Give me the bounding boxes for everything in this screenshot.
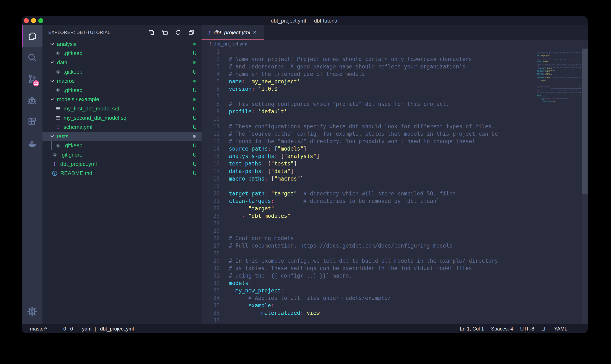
code-line[interactable]: 7: [202, 93, 535, 100]
code-editor[interactable]: 12# Name your project! Project names sho…: [202, 48, 588, 324]
code-line[interactable]: 13# found in the "models/" directory. Yo…: [202, 138, 535, 145]
code-line[interactable]: 33 my_new_project:: [202, 287, 535, 294]
chevron-down-icon: [50, 134, 55, 139]
activity-bar-item-extensions[interactable]: [22, 111, 42, 133]
code-line[interactable]: 27# Full documentation: https://docs.get…: [202, 242, 535, 249]
code-text: # Applies to all files under models/exam…: [229, 294, 391, 302]
activity-bar-item-explorer[interactable]: [22, 25, 42, 47]
code-line[interactable]: 3# and underscores. A good package name …: [202, 63, 535, 70]
code-line[interactable]: 25: [202, 227, 535, 234]
new-file-button[interactable]: [149, 29, 155, 36]
code-line[interactable]: 18macro-paths: ["macros"]: [202, 175, 535, 182]
title-bar[interactable]: dbt_project.yml — dbt-tutorial: [22, 16, 588, 25]
code-line[interactable]: 19: [202, 182, 535, 190]
activity-bar-item-debug[interactable]: [22, 90, 42, 111]
yaml-lint-indicator[interactable]: yaml | dbt_project.yml: [80, 326, 134, 332]
git-status-badge: U: [193, 87, 196, 93]
code-text: # The `source-paths` config, for example…: [229, 130, 498, 138]
scm-changes-badge: 11: [32, 80, 40, 87]
code-line[interactable]: 36 materialized: view: [202, 309, 535, 317]
code-line[interactable]: 4# name or the intended use of these mod…: [202, 70, 535, 78]
tree-item-label: data: [57, 59, 68, 66]
code-line[interactable]: 21clean-targets: # directories to be rem…: [202, 197, 535, 205]
zoom-window-button[interactable]: [38, 18, 43, 23]
code-line[interactable]: 28: [202, 250, 535, 257]
refresh-icon: [175, 29, 181, 36]
indent-guide: [51, 141, 52, 150]
tree-item-models-example[interactable]: models / example: [42, 95, 202, 104]
refresh-button[interactable]: [175, 29, 181, 36]
tree-item-my-second-dbt-model-sql[interactable]: my_second_dbt_model.sqlU: [42, 113, 202, 123]
code-line[interactable]: 31# using the `{{ config(...) }}` macro.: [202, 272, 535, 279]
code-line[interactable]: 14source-paths: ["models"]: [202, 145, 535, 152]
activity-bar-item-settings[interactable]: [22, 301, 42, 322]
code-line[interactable]: 8# This setting configures which "profil…: [202, 100, 535, 108]
encoding-indicator[interactable]: UTF-8: [520, 326, 534, 332]
code-line[interactable]: 24: [202, 220, 535, 227]
code-line[interactable]: 5name: 'my_new_project': [202, 78, 535, 85]
close-tab-icon[interactable]: ×: [253, 29, 256, 36]
tree-item--gitkeep[interactable]: .gitkeepU: [42, 49, 202, 58]
tree-item-label: schema.yml: [64, 124, 92, 130]
code-line[interactable]: 12# The `source-paths` config, for examp…: [202, 130, 535, 138]
scrollbar[interactable]: [582, 48, 588, 324]
code-line[interactable]: 2# Name your project! Project names shou…: [202, 55, 535, 63]
code-line[interactable]: 15analysis-paths: ["analysis"]: [202, 152, 535, 160]
git-branch-indicator[interactable]: master*: [28, 326, 47, 332]
tree-item-analysis[interactable]: analysis: [42, 39, 202, 49]
tree-item--gitkeep[interactable]: .gitkeepU: [42, 86, 202, 95]
activity-bar-item-docker[interactable]: [22, 133, 42, 154]
tree-item-my-first-dbt-model-sql[interactable]: my_first_dbt_model.sqlU: [42, 104, 202, 113]
tree-item-dbt-project-yml[interactable]: !dbt_project.ymlU: [42, 159, 202, 169]
code-line[interactable]: 29# In this example config, we tell dbt …: [202, 257, 535, 264]
code-line[interactable]: 35 example:: [202, 302, 535, 309]
new-file-icon: [149, 29, 155, 36]
code-line[interactable]: 37: [202, 317, 535, 324]
eol-indicator[interactable]: LF: [541, 326, 547, 332]
cursor-position[interactable]: Ln 1, Col 1: [460, 326, 484, 332]
code-text: clean-targets: # directories to be remov…: [229, 197, 440, 205]
code-line[interactable]: 23 - "dbt_modules": [202, 212, 535, 220]
activity-bar-item-source-control[interactable]: 11: [22, 68, 42, 90]
code-line[interactable]: 32models:: [202, 279, 535, 287]
code-line[interactable]: 26# Configuring models: [202, 234, 535, 242]
tree-item--gitignore[interactable]: .gitignoreU: [42, 150, 202, 159]
activity-bar-item-search[interactable]: [22, 47, 42, 68]
code-line[interactable]: 10: [202, 115, 535, 123]
tree-item-tests[interactable]: tests: [42, 132, 202, 141]
code-line[interactable]: 11# These configurations specify where d…: [202, 123, 535, 130]
tree-item-macros[interactable]: macros: [42, 76, 202, 86]
breadcrumb[interactable]: ! dbt_project.yml: [202, 40, 588, 48]
line-number: 13: [202, 138, 220, 145]
code-line[interactable]: 34 # Applies to all files under models/e…: [202, 294, 535, 302]
code-text: version: '1.0.0': [229, 85, 281, 93]
code-line[interactable]: 17data-paths: ["data"]: [202, 168, 535, 175]
collapse-all-button[interactable]: [188, 29, 194, 36]
code-line[interactable]: 9profile: 'default': [202, 108, 535, 115]
tree-item--gitkeep[interactable]: .gitkeepU: [42, 141, 202, 150]
git-file-icon: [52, 152, 58, 158]
tab-dbt-project-yml[interactable]: ! dbt_project.yml ×: [202, 25, 264, 40]
indentation-indicator[interactable]: Spaces: 4: [491, 326, 513, 332]
tree-item--gitkeep[interactable]: .gitkeepU: [42, 67, 202, 77]
breadcrumb-file-label[interactable]: dbt_project.yml: [214, 41, 247, 47]
minimize-window-button[interactable]: [31, 18, 36, 23]
minimap[interactable]: # Name your project! Project names shoul…: [537, 49, 582, 102]
git-file-icon: [55, 87, 61, 93]
new-folder-button[interactable]: [162, 29, 168, 36]
tree-item-readme-md[interactable]: README.mdU: [42, 169, 202, 178]
problems-indicator[interactable]: 0 0: [61, 326, 73, 332]
code-line[interactable]: 22 - "target": [202, 205, 535, 212]
code-line[interactable]: 20target-path: "target" # directory whic…: [202, 190, 535, 197]
code-line[interactable]: 16test-paths: ["tests"]: [202, 160, 535, 167]
scrollbar-thumb[interactable]: [582, 49, 588, 194]
code-text: my_new_project:: [229, 287, 284, 294]
language-mode[interactable]: YAML: [554, 326, 567, 332]
code-line[interactable]: 1: [202, 48, 535, 55]
code-line[interactable]: 30# as tables. These settings can be ove…: [202, 264, 535, 272]
tree-item-schema-yml[interactable]: !schema.ymlU: [42, 122, 202, 132]
git-status-badge: U: [193, 106, 196, 112]
code-line[interactable]: 6version: '1.0.0': [202, 85, 535, 93]
close-window-button[interactable]: [24, 18, 29, 23]
tree-item-data[interactable]: data: [42, 58, 202, 67]
